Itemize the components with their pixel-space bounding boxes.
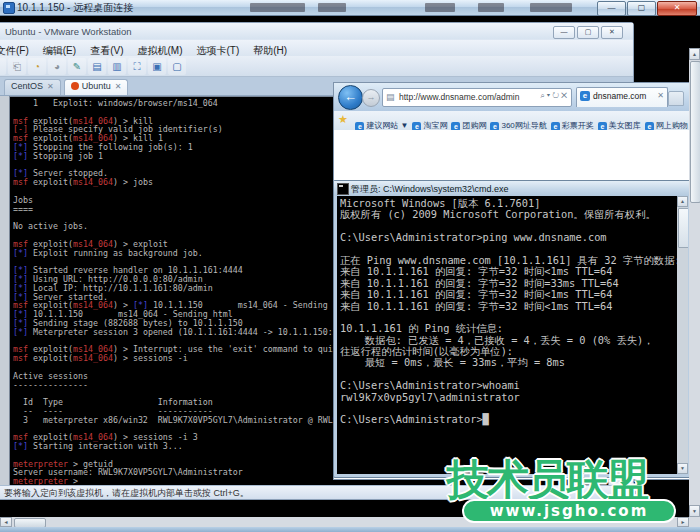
tab-close-icon[interactable]: ✕ [47,82,54,91]
cmd-scrollbar[interactable]: ▲ ▼ [677,196,688,474]
vmware-maximize-button[interactable]: ▢ [577,26,599,39]
vmware-minimize-button[interactable]: — [553,26,575,39]
vmware-toolbar: ▾⎗◔◕✎▤▥⛶▣▢ [0,56,633,77]
ubuntu-icon [71,82,79,90]
url-text[interactable]: http://www.dnsname.com/admin [399,92,519,102]
vmware-menu-item[interactable]: 编辑(E) [36,42,83,56]
unity-icon[interactable]: ▣ [148,58,166,75]
tab-label: CentOS [11,81,43,91]
favorites-item[interactable]: e建议网站 ▼ [355,114,408,131]
titlebar-glass-artifact [318,3,346,12]
favorites-item[interactable]: e美女图库 [598,114,641,131]
favorites-bar: ★ e建议网站 ▼e淘宝网e团购网e360网址导航e彩票开奖e美女图库e网上购物 [334,111,690,131]
vmware-menu-item[interactable]: 选项卡(T) [189,42,246,56]
cmd-icon [337,183,349,195]
rdp-close-button[interactable]: ✕ [657,1,697,16]
rdp-vertical-scrollbar[interactable]: ▲ ▼ [689,48,700,517]
ie-navbar: ← → ▤ http://www.dnsname.com/admin ⌕▾↻✕ … [334,83,690,111]
scrollbar-corner [689,517,700,527]
cmd-title: 管理员: C:\Windows\system32\cmd.exe [351,183,509,196]
forward-button[interactable]: → [362,89,380,107]
fav-label: 彩票开奖 [562,121,594,130]
fav-label: 团购网 [462,121,486,130]
tab-close-icon[interactable]: ✕ [115,82,122,91]
rdp-horizontal-scrollbar[interactable]: ◄ ► [0,517,689,527]
scroll-left-icon[interactable]: ◄ [0,517,12,527]
fullscreen-icon[interactable]: ⛶ [128,58,146,75]
vmware-close-button[interactable]: ✕ [601,26,623,39]
show-library-icon[interactable]: ▤ [88,58,106,75]
address-bar[interactable]: ▤ http://www.dnsname.com/admin ⌕▾↻✕ [382,88,572,107]
take-snapshot-icon[interactable]: ◔ [28,58,46,75]
vmware-title: Ubuntu - VMware Workstation [5,26,132,37]
cmd-line: 10.1.1.161 的 Ping 统计信息: [340,323,676,334]
rdp-window-bottom-border [0,527,700,532]
stop-icon[interactable]: ✕ [561,91,569,100]
console-view-icon[interactable]: ▢ [168,58,186,75]
back-button[interactable]: ← [338,85,363,110]
favorites-item[interactable]: e360网址导航 [490,114,546,131]
rdp-titlebar: 10.1.1.150 - 远程桌面连接 [0,0,700,16]
vmware-statusbar: 要将输入定向到该虚拟机，请在虚拟机内部单击或按 Ctrl+G。 [0,485,633,499]
vmware-titlebar: Ubuntu - VMware Workstation — ▢ ✕ [0,23,633,39]
rdp-session-screen: 10.1.1.150 - 远程桌面连接 — ▢ ✕ Ubuntu - VMwar… [0,0,700,532]
titlebar-glass-artifact [478,3,504,12]
cmd-line: 来自 10.1.1.161 的回复: 字节=32 时间<1ms TTL=64 [340,301,676,312]
titlebar-glass-artifact [425,3,455,12]
cmd-line: C:\Users\Administrator>whoami [340,380,676,391]
rdp-title: 10.1.1.150 - 远程桌面连接 [17,1,133,15]
cmd-line: C:\Users\Administrator>█ [340,414,676,425]
cmd-line: rwl9k7x0vp5gyl7\administrator [340,392,676,403]
rdp-maximize-button[interactable]: ▢ [627,1,656,16]
send-ctrl-alt-del-icon[interactable]: ⎗ [8,58,26,75]
refresh-icon[interactable]: ↻ [552,91,561,100]
fav-label: 建议网站 ▼ [366,121,408,130]
favorites-item[interactable]: e彩票开奖 [551,114,594,131]
revert-snapshot-icon[interactable]: ◕ [48,58,66,75]
page-icon: ▤ [386,92,395,102]
vmware-menu-item[interactable]: 文件(F) [0,42,36,56]
vmware-status-message: 要将输入定向到该虚拟机，请在虚拟机内部单击或按 Ctrl+G。 [4,487,249,500]
scroll-right-icon[interactable]: ► [677,517,689,527]
vmware-menu-item[interactable]: 帮助(H) [246,42,294,56]
titlebar-glass-artifact [250,3,305,12]
address-bar-buttons[interactable]: ⌕▾↻✕ [540,91,569,101]
cmd-window: 管理员: C:\Windows\system32\cmd.exe Microso… [333,180,692,478]
cmd-line: 版权所有 (c) 2009 Microsoft Corporation。保留所有… [340,209,676,220]
fav-label: 360网址导航 [501,121,546,130]
show-thumbnail-bar-icon[interactable]: ▥ [108,58,126,75]
manage-snapshots-icon[interactable]: ✎ [68,58,86,75]
power-dropdown-icon[interactable]: ▾ [0,58,6,75]
vm-tab-ubuntu[interactable]: Ubuntu✕ [64,79,129,95]
vmware-menubar: 文件(F)编辑(E)查看(V)虚拟机(M)选项卡(T)帮助(H) [0,40,633,56]
tab-close-icon[interactable]: ✕ [657,91,664,100]
cmd-titlebar: 管理员: C:\Windows\system32\cmd.exe [334,181,691,196]
search-dropdown-icon[interactable]: ⌕▾ [540,91,552,100]
scroll-down-icon[interactable]: ▼ [677,463,688,474]
favorites-star-icon[interactable]: ★ [338,113,348,126]
tab-title: dnsname.com [593,91,646,101]
cmd-line: 最短 = 0ms，最长 = 33ms，平均 = 8ms [340,357,676,368]
cmd-console[interactable]: Microsoft Windows [版本 6.1.7601]版权所有 (c) … [337,196,688,474]
fav-label: 淘宝网 [423,121,447,130]
vmware-menu-item[interactable]: 虚拟机(M) [130,42,189,56]
favorites-item[interactable]: e淘宝网 [412,114,447,131]
favorites-item[interactable]: e团购网 [451,114,486,131]
cmd-line: 来自 10.1.1.161 的回复: 字节=32 时间<1ms TTL=64 [340,289,676,300]
scroll-up-icon[interactable]: ▲ [689,48,700,60]
cmd-scroll-thumb[interactable] [678,208,688,248]
new-tab-button[interactable] [668,91,684,106]
scroll-up-icon[interactable]: ▲ [677,196,688,207]
rdp-minimize-button[interactable]: — [597,1,626,16]
favorites-item[interactable]: e网上购物 [645,114,688,131]
tab-label: Ubuntu [82,81,111,91]
ie-icon: e [580,91,590,101]
scroll-down-icon[interactable]: ▼ [689,505,700,517]
vmware-menu-item[interactable]: 查看(V) [83,42,130,56]
cmd-line: C:\Users\Administrator>ping www.dnsname.… [340,232,676,243]
fav-label: 网上购物 [656,121,688,130]
rdp-vscroll-thumb[interactable] [690,61,700,203]
vm-tab-centos[interactable]: CentOS✕ [4,79,61,95]
browser-tab[interactable]: e dnsname.com ✕ [576,87,668,107]
vm-console-padding [0,96,9,485]
